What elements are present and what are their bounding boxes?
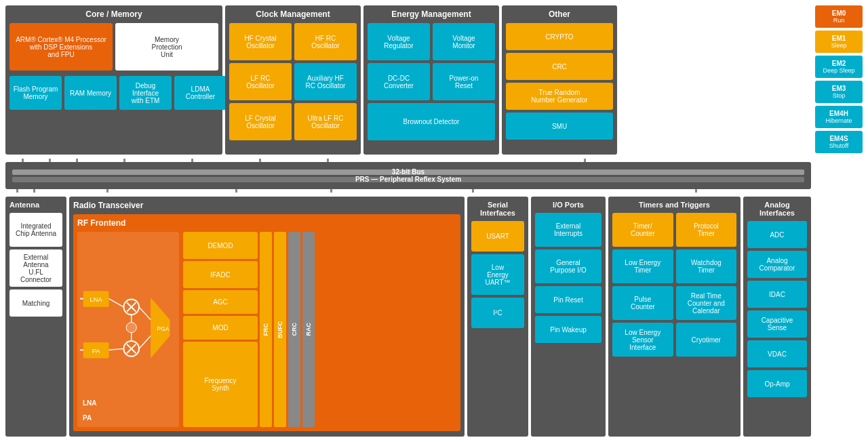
- other-section: Other CRYPTO CRC True RandomNumber Gener…: [502, 5, 617, 155]
- radio-transceiver-title: Radio Transceiver: [73, 201, 460, 210]
- 32bit-bus: 32-bit Bus: [12, 169, 804, 175]
- voltage-monitor-block: VoltageMonitor: [433, 23, 495, 60]
- idac-block: IDAC: [747, 281, 807, 308]
- power-on-reset-block: Power-onReset: [433, 63, 495, 100]
- energy-management-section: Energy Management VoltageRegulator Volta…: [363, 5, 499, 155]
- clock-management-title: Clock Management: [229, 9, 357, 19]
- pa-label: PA: [83, 414, 92, 422]
- ldma-block: LDMAController: [174, 76, 226, 110]
- pulse-counter-block: PulseCounter: [612, 286, 673, 320]
- em4h-id: EM4H: [818, 110, 860, 117]
- external-interrupts-block: ExternalInterrupts: [535, 213, 601, 247]
- low-energy-timer-block: Low EnergyTimer: [612, 249, 673, 283]
- protocol-timer-block: ProtocolTimer: [676, 213, 737, 247]
- watchdog-timer-block: WatchdogTimer: [676, 249, 737, 283]
- smu-block: SMU: [506, 113, 613, 140]
- i2c-block: I²C: [471, 298, 524, 328]
- hf-rc-block: HF RCOscillator: [294, 23, 357, 60]
- brownout-block: Brownout Detector: [368, 103, 495, 140]
- frc-block: FRC: [260, 232, 272, 427]
- crypto-block: CRYPTO: [506, 23, 613, 50]
- lf-rc-block: LF RCOscillator: [229, 63, 292, 100]
- lf-crystal-block: LF CrystalOscillator: [229, 103, 292, 140]
- energy-management-title: Energy Management: [368, 9, 495, 19]
- serial-interfaces-title: Serial Interfaces: [471, 201, 524, 217]
- 32bit-bus-label: 32-bit Bus: [392, 168, 425, 176]
- gpio-block: GeneralPurpose I/O: [535, 249, 601, 283]
- cryotimer-block: Cryotimer: [676, 323, 737, 357]
- radio-transceiver-section: Radio Transceiver RF Frontend LNA: [69, 197, 465, 437]
- demod-block: DEMOD: [183, 232, 258, 259]
- rac-block: RAC: [302, 232, 315, 427]
- prs-bus-label: PRS — Peripheral Reflex System: [355, 176, 461, 183]
- lna-label: LNA: [83, 399, 97, 407]
- prs-bus: PRS — Peripheral Reflex System: [12, 177, 804, 182]
- flash-label: Flash ProgramMemory: [14, 85, 58, 100]
- svg-line-15: [139, 336, 151, 348]
- bufc-block: BUFC: [274, 232, 286, 427]
- dcdc-block: DC-DCConverter: [368, 63, 430, 100]
- core-memory-title: Core / Memory: [9, 9, 218, 19]
- analog-comparator-block: AnalogComparator: [747, 251, 807, 278]
- hf-crystal-block: HF CrystalOscillator: [229, 23, 292, 60]
- em0-label: Run: [818, 17, 860, 24]
- crc-radio-block: CRC: [288, 232, 300, 427]
- antenna-title: Antenna: [9, 201, 62, 209]
- other-title: Other: [506, 9, 613, 19]
- em1-block: EM1 Sleep: [815, 31, 863, 53]
- em4s-id: EM4S: [818, 135, 860, 142]
- crc-other-block: CRC: [506, 53, 613, 80]
- agc-block: AGC: [183, 290, 258, 314]
- antenna-section: Antenna IntegratedChip Antenna ExternalA…: [5, 197, 66, 437]
- opamp-block: Op-Amp: [747, 370, 807, 397]
- integrated-chip-antenna-block: IntegratedChip Antenna: [9, 213, 62, 247]
- debug-label: DebugInterfacewith ETM: [132, 82, 160, 104]
- svg-line-12: [109, 299, 124, 307]
- cap-sense-block: CapacitiveSense: [747, 310, 807, 338]
- mod-block: MOD: [183, 316, 258, 340]
- ifadc-block: IFADC: [183, 261, 258, 288]
- trng-block: True RandomNumber Generator: [506, 83, 613, 110]
- svg-point-16: [126, 323, 136, 333]
- em4s-label: Shutoff: [818, 142, 860, 149]
- debug-block: DebugInterfacewith ETM: [119, 76, 172, 110]
- em0-id: EM0: [818, 9, 860, 17]
- timers-section: Timers and Triggers Timer/Counter Protoc…: [608, 197, 741, 437]
- em2-id: EM2: [818, 60, 860, 67]
- vdac-block: VDAC: [747, 340, 807, 367]
- serial-interfaces-section: Serial Interfaces USART LowEnergyUART™ I…: [467, 197, 528, 437]
- memory-protection-block: MemoryProtectionUnit: [115, 23, 218, 71]
- ram-label: RAM Memory: [70, 89, 111, 97]
- rtcc-block: Real TimeCounter andCalendar: [676, 286, 737, 320]
- em3-block: EM3 Stop: [815, 81, 863, 103]
- em3-label: Stop: [818, 92, 860, 99]
- ram-block: RAM Memory: [64, 76, 117, 110]
- aux-hf-rc-block: Auxiliary HFRC Oscillator: [294, 63, 357, 100]
- flash-block: Flash ProgramMemory: [9, 76, 62, 110]
- core-memory-section: Core / Memory ARM® Cortex® M4 Processorw…: [5, 5, 222, 155]
- arm-processor-label: ARM® Cortex® M4 Processorwith DSP Extens…: [16, 36, 106, 58]
- io-ports-title: I/O Ports: [535, 201, 601, 209]
- memory-protection-label: MemoryProtectionUnit: [151, 36, 182, 58]
- adc-block: ADC: [747, 221, 807, 248]
- voltage-regulator-block: VoltageRegulator: [368, 23, 430, 60]
- svg-line-13: [109, 348, 124, 350]
- svg-text:PGA: PGA: [157, 325, 170, 332]
- em1-id: EM1: [818, 35, 860, 42]
- analog-section: Analog Interfaces ADC AnalogComparator I…: [743, 197, 811, 437]
- usart-block: USART: [471, 221, 524, 252]
- em4h-block: EM4H Hibernate: [815, 106, 863, 128]
- em3-id: EM3: [818, 85, 860, 92]
- em0-block: EM0 Run: [815, 5, 863, 28]
- external-antenna-block: ExternalAntennaU.FL Connector: [9, 249, 62, 287]
- em4s-block: EM4S Shutoff: [815, 131, 863, 153]
- freq-synth-block: FrequencySynth: [183, 342, 258, 427]
- bus-area: 32-bit Bus PRS — Peripheral Reflex Syste…: [5, 162, 811, 189]
- analog-title: Analog Interfaces: [747, 201, 807, 217]
- em2-label: Deep Sleep: [818, 67, 860, 74]
- pin-reset-block: Pin Reset: [535, 286, 601, 313]
- timer-counter-block: Timer/Counter: [612, 213, 673, 247]
- lesi-block: Low EnergySensorInterface: [612, 323, 673, 357]
- timers-title: Timers and Triggers: [612, 201, 736, 209]
- svg-text:LNA: LNA: [90, 296, 102, 303]
